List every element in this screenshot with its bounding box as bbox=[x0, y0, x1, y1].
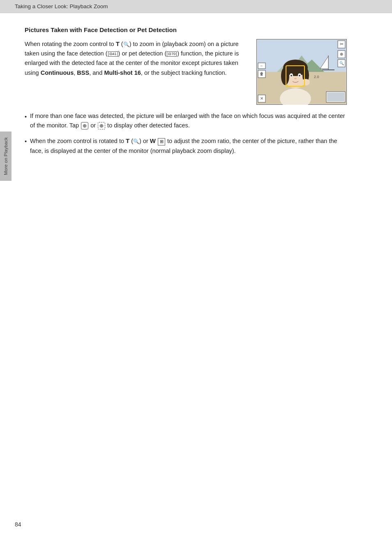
bullet-2-text: When the zoom control is rotated to T (🔍… bbox=[30, 136, 347, 155]
book-icon-1: ⊟ 41 bbox=[108, 51, 118, 57]
svg-text:←: ← bbox=[260, 64, 264, 68]
svg-text:✕: ✕ bbox=[260, 96, 263, 101]
svg-point-18 bbox=[299, 75, 300, 76]
svg-text:⊕: ⊕ bbox=[340, 52, 343, 56]
para-text-mid2: ) or pet detection ( bbox=[118, 50, 167, 57]
svg-point-13 bbox=[281, 67, 289, 85]
camera-screen-image: ✂ ⊕ 🔍 ← 🗑 ✕ bbox=[256, 39, 347, 105]
bullet-dot-1: • bbox=[25, 112, 27, 130]
bullet-1-text: If more than one face was detected, the … bbox=[30, 111, 347, 130]
side-tab-label: More on Playback bbox=[3, 137, 8, 175]
main-content: Pictures Taken with Face Detection or Pe… bbox=[0, 13, 362, 175]
page-header: Taking a Closer Look: Playback Zoom bbox=[0, 0, 392, 13]
face-nav-icon-1: ⊕ bbox=[81, 122, 88, 129]
section-title: Pictures Taken with Face Detection or Pe… bbox=[25, 26, 347, 33]
svg-text:✂: ✂ bbox=[340, 42, 344, 46]
face-nav-icon-2: ⊕ bbox=[98, 122, 105, 129]
letter-W: W bbox=[150, 137, 156, 144]
bold-bss: BSS bbox=[77, 69, 89, 76]
intro-paragraph: When rotating the zoom control to T (🔍) … bbox=[25, 39, 247, 105]
page-number: 84 bbox=[15, 521, 21, 528]
svg-text:🔍: 🔍 bbox=[339, 61, 344, 66]
magnify-icon-2: 🔍 bbox=[133, 138, 139, 144]
wide-icon: ⊞ bbox=[158, 138, 165, 145]
header-title: Taking a Closer Look: Playback Zoom bbox=[15, 3, 108, 9]
svg-text:2.0: 2.0 bbox=[314, 75, 319, 79]
bold-continuous: Continuous bbox=[41, 69, 74, 76]
svg-point-20 bbox=[302, 79, 310, 85]
svg-point-19 bbox=[294, 78, 297, 79]
side-tab: More on Playback bbox=[0, 132, 12, 181]
bold-multishot: Multi-shot 16 bbox=[104, 69, 141, 76]
magnify-icon: 🔍 bbox=[123, 42, 129, 47]
bullet-item-2: • When the zoom control is rotated to T … bbox=[25, 136, 347, 155]
bullet-item-1: • If more than one face was detected, th… bbox=[25, 111, 347, 130]
letter-T: T bbox=[116, 40, 120, 47]
svg-rect-34 bbox=[327, 92, 344, 102]
top-row: When rotating the zoom control to T (🔍) … bbox=[25, 39, 347, 105]
svg-text:🗑: 🗑 bbox=[260, 72, 264, 76]
bullet-dot-2: • bbox=[25, 137, 27, 155]
and-text: , and bbox=[89, 69, 104, 76]
book-icon-2: ⊟ 70 bbox=[167, 51, 177, 57]
para-text-last: , or the subject tracking function. bbox=[141, 69, 227, 76]
svg-point-17 bbox=[291, 75, 292, 76]
camera-illustration: ✂ ⊕ 🔍 ← 🗑 ✕ bbox=[256, 39, 347, 105]
bullet-list: • If more than one face was detected, th… bbox=[25, 111, 347, 156]
letter-T-2: T bbox=[126, 137, 129, 144]
para-text-start: When rotating the zoom control to bbox=[25, 41, 116, 47]
